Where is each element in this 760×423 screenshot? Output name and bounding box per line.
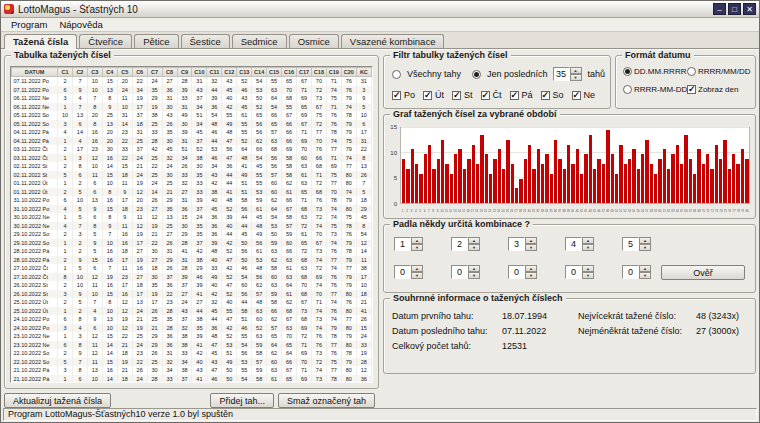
tab-ta-en-sla[interactable]: Tažená čísla <box>4 34 77 49</box>
checkbox-t[interactable] <box>423 91 432 100</box>
table-row[interactable]: 06.11.2022 Ne347811192931333739404350646… <box>12 94 372 103</box>
show-day-toggle[interactable]: Zobraz den <box>687 85 753 94</box>
spinner-down-icon[interactable]: ▼ <box>468 272 480 279</box>
spinner-value[interactable]: 3 <box>508 237 525 251</box>
table-row[interactable]: 21.10.2022 Pá381316212630343843475055596… <box>12 366 372 375</box>
day-filter-po[interactable]: Po <box>392 90 415 100</box>
combo-spinner-top-4[interactable]: 4▲▼ <box>565 237 594 251</box>
spinner-up-icon[interactable]: ▲ <box>582 265 594 272</box>
table-row[interactable]: 30.10.2022 Ne156891112131524363944455458… <box>12 213 372 222</box>
column-header-c16[interactable]: C16 <box>282 68 297 77</box>
combo-spinner-top-5[interactable]: 5▲▼ <box>622 237 651 251</box>
checkbox-st[interactable] <box>452 91 461 100</box>
spinner-down-icon[interactable]: ▼ <box>411 244 423 251</box>
tab-tve-ice[interactable]: Čtveřice <box>79 34 132 48</box>
spinner-value[interactable]: 5 <box>622 237 639 251</box>
checkbox-so[interactable] <box>541 91 550 100</box>
maximize-button[interactable]: □ <box>728 3 741 15</box>
checkbox-po[interactable] <box>392 91 401 100</box>
radio-rrrr-mm-dd[interactable] <box>623 85 632 94</box>
checkbox-show-day[interactable] <box>687 85 696 94</box>
table-row[interactable]: 28.10.2022 Pá125161827303141424852566163… <box>12 247 372 256</box>
spinner-up-icon[interactable]: ▲ <box>411 237 423 244</box>
spinner-up-icon[interactable]: ▲ <box>468 237 480 244</box>
table-row[interactable]: 31.10.2022 Po459151823273536374552566164… <box>12 205 372 214</box>
spinner-down-icon[interactable]: ▼ <box>639 244 651 251</box>
table-row[interactable]: 22.10.2022 So571115192225323440434953576… <box>12 358 372 367</box>
spinner-value[interactable]: 0 <box>622 265 639 279</box>
tab-estice[interactable]: Šestice <box>181 34 230 48</box>
table-row[interactable]: 05.11.2022 So101320253137384349515455616… <box>12 111 372 120</box>
day-filter-so[interactable]: So <box>541 90 564 100</box>
last-count-spinner[interactable]: 35▲▼ <box>553 67 582 81</box>
table-row[interactable]: 27.10.2022 Čt156711161826282933424648586… <box>12 264 372 273</box>
update-draws-button[interactable]: Aktualizuj tažená čísla <box>4 393 111 408</box>
tab-p-tice[interactable]: Pětice <box>134 34 178 48</box>
table-row[interactable]: 03.11.2022 Čt131216222425323438464748545… <box>12 154 372 163</box>
combo-spinner-bottom-2[interactable]: 0▲▼ <box>451 265 480 279</box>
table-row[interactable]: 22.10.2022 So291214182326313342455156586… <box>12 349 372 358</box>
table-row[interactable]: 01.11.2022 Út126101119242532334244515560… <box>12 179 372 188</box>
table-row[interactable]: 23.10.2022 Ne131215222529363839485255636… <box>12 332 372 341</box>
format-option-rrrr-mm-dd[interactable]: RRRR/MM/DD <box>687 67 753 76</box>
spinner-value[interactable]: 0 <box>508 265 525 279</box>
table-row[interactable]: 02.11.2022 St561115182425303335434449555… <box>12 171 372 180</box>
column-header-datum[interactable]: DATUM <box>12 68 58 77</box>
column-header-c4[interactable]: C4 <box>102 68 117 77</box>
table-row[interactable]: 25.10.2022 Út124101224262843444555586366… <box>12 307 372 316</box>
spinner-value[interactable]: 0 <box>565 265 582 279</box>
table-row[interactable]: 06.11.2022 Ne178910171930313436424552545… <box>12 103 372 112</box>
spinner-up-icon[interactable]: ▲ <box>468 265 480 272</box>
combo-spinner-top-3[interactable]: 3▲▼ <box>508 237 537 251</box>
minimize-button[interactable]: – <box>713 3 726 15</box>
column-header-c2[interactable]: C2 <box>72 68 87 77</box>
column-header-c15[interactable]: C15 <box>267 68 282 77</box>
spinner-value[interactable]: 1 <box>394 237 411 251</box>
table-row[interactable]: 24.10.2022 Po689131921253537384447516062… <box>12 315 372 324</box>
radio-last-draws[interactable] <box>472 70 481 79</box>
menu-n-pov-da[interactable]: Nápověda <box>53 19 108 30</box>
spinner-up-icon[interactable]: ▲ <box>525 237 537 244</box>
table-row[interactable]: 30.10.2022 Ne478911121925303536404448535… <box>12 222 372 231</box>
combo-spinner-top-1[interactable]: 1▲▼ <box>394 237 423 251</box>
spinner-down-icon[interactable]: ▼ <box>639 272 651 279</box>
format-option-rrrr-mm-dd[interactable]: RRRR-MM-DD <box>623 85 687 94</box>
combo-spinner-bottom-4[interactable]: 0▲▼ <box>565 265 594 279</box>
combo-spinner-bottom-3[interactable]: 0▲▼ <box>508 265 537 279</box>
close-button[interactable]: ✕ <box>743 3 756 15</box>
table-row[interactable]: 26.10.2022 St391015161719222741425256575… <box>12 290 372 299</box>
spinner-value[interactable]: 2 <box>451 237 468 251</box>
table-row[interactable]: 27.10.2022 Čt810121923273037394649525456… <box>12 273 372 282</box>
spinner-down-icon[interactable]: ▼ <box>411 272 423 279</box>
column-header-c8[interactable]: C8 <box>162 68 177 77</box>
combo-spinner-top-2[interactable]: 2▲▼ <box>451 237 480 251</box>
radio-rrrr-mm-dd[interactable] <box>687 67 696 76</box>
spinner-up-icon[interactable]: ▲ <box>582 237 594 244</box>
tab-osmice[interactable]: Osmice <box>289 34 339 48</box>
day-filter-st[interactable]: St <box>452 90 473 100</box>
radio-dd-mm-rrrr[interactable] <box>623 67 632 76</box>
spinner-value[interactable]: 4 <box>565 237 582 251</box>
column-header-kc[interactable]: KC <box>356 68 371 77</box>
column-header-c14[interactable]: C14 <box>252 68 267 77</box>
column-header-c13[interactable]: C13 <box>237 68 252 77</box>
tab-vsazen-kombinace[interactable]: Vsazené kombinace <box>341 34 445 48</box>
spinner-down-icon[interactable]: ▼ <box>525 272 537 279</box>
spinner-up-icon[interactable]: ▲ <box>525 265 537 272</box>
verify-button[interactable]: Ověř <box>661 265 745 280</box>
radio-all-draws[interactable] <box>392 70 401 79</box>
spinner-down-icon[interactable]: ▼ <box>468 244 480 251</box>
spinner-up-icon[interactable]: ▲ <box>411 265 423 272</box>
spinner-down-icon[interactable]: ▼ <box>582 244 594 251</box>
checkbox-ne[interactable] <box>572 91 581 100</box>
column-header-c5[interactable]: C5 <box>117 68 132 77</box>
spinner-down-icon[interactable]: ▼ <box>582 272 594 279</box>
title-bar[interactable]: LottoMagus - Šťastných 10 –□✕ <box>1 1 759 18</box>
day-filter-t[interactable]: Čt <box>481 90 502 100</box>
spinner-up-icon[interactable]: ▲ <box>570 67 582 74</box>
table-row[interactable]: 03.11.2022 Čt217233033374245515253566466… <box>12 145 372 154</box>
table-row[interactable]: 23.10.2022 Ne681114212429363841475354596… <box>12 341 372 350</box>
table-row[interactable]: 26.10.2022 St210111617183536373940476062… <box>12 281 372 290</box>
table-row[interactable]: 25.10.2022 Út257812131723242732404448586… <box>12 298 372 307</box>
column-header-c10[interactable]: C10 <box>192 68 207 77</box>
